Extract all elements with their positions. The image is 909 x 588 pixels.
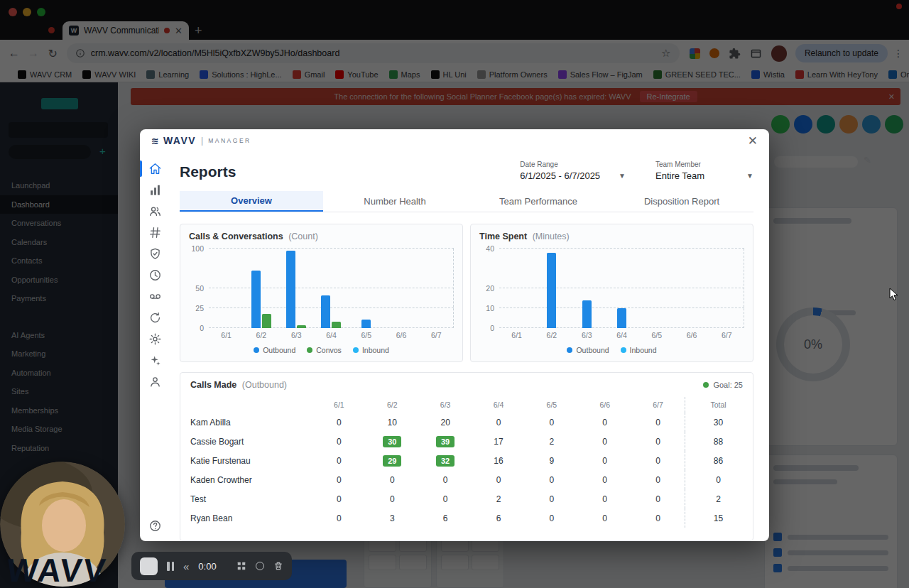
home-icon[interactable]: [148, 162, 162, 175]
table-cell: 0: [312, 432, 366, 451]
recorder-bar: « 0:00: [131, 552, 292, 580]
table-cell: 0: [419, 489, 472, 508]
bar-outbound: [286, 251, 295, 328]
table-cell: 0: [578, 432, 631, 451]
bar-group-6/6: [383, 249, 418, 328]
table-cell: 0: [419, 470, 472, 489]
table-cell: 0: [525, 489, 578, 508]
tab-overview[interactable]: Overview: [180, 191, 323, 212]
table-cell: 6: [419, 508, 472, 528]
wavv-watermark: WAVV: [5, 551, 109, 588]
tab-number-health[interactable]: Number Health: [323, 191, 467, 212]
date-range-select[interactable]: Date Range 6/1/2025 - 6/7/2025 ▼: [520, 160, 626, 181]
goal-met-badge: 29: [383, 455, 401, 467]
table-cell: 0: [631, 508, 685, 528]
table-title: Calls Made: [190, 380, 236, 390]
help-icon[interactable]: [148, 519, 162, 533]
hash-icon[interactable]: [148, 226, 162, 239]
table-subtitle: (Outbound): [242, 380, 287, 390]
x-axis-tick: 6/1: [209, 331, 244, 339]
profile-icon[interactable]: [148, 375, 162, 388]
x-axis-tick: 6/7: [419, 331, 454, 339]
sparkles-icon[interactable]: [148, 354, 162, 367]
pause-icon[interactable]: [167, 562, 174, 571]
chart-time-spent: Time Spent (Minutes) 0102040 6/16/26/36/…: [470, 224, 753, 362]
table-cell: 0: [366, 470, 419, 489]
tab-disposition-report[interactable]: Disposition Report: [610, 191, 753, 212]
table-cell: 20: [419, 413, 472, 432]
team-member-select[interactable]: Team Member Entire Team ▼: [655, 160, 753, 181]
brand-suffix: MANAGER: [208, 137, 251, 144]
modal-close-icon[interactable]: ✕: [748, 135, 758, 147]
bar-chart-icon[interactable]: [148, 183, 162, 197]
legend-outbound: Outbound: [254, 346, 295, 354]
table-cell: 0: [631, 451, 685, 470]
restart-circle-icon[interactable]: [256, 562, 264, 570]
table-cell: 3: [366, 508, 419, 528]
y-axis-tick: 25: [195, 304, 204, 312]
table-cell: 6/3: [419, 397, 472, 413]
page-title: Reports: [180, 163, 236, 180]
screen: W WAVV Communications ✕ + ← → ↻ crm.wavv…: [0, 0, 909, 588]
table-cell: 0: [631, 432, 685, 451]
table-row: Katie Furstenau029321690086: [180, 451, 753, 470]
settings-icon[interactable]: [148, 332, 162, 346]
x-axis-tick: 6/6: [383, 331, 418, 339]
users-icon[interactable]: [148, 205, 162, 218]
table-cell: 88: [685, 432, 751, 451]
legend-inbound: Inbound: [621, 346, 657, 354]
table-cell: 30: [366, 432, 419, 451]
sync-icon[interactable]: [148, 311, 162, 325]
bar-group-6/3: [279, 249, 314, 328]
table-cell: 0: [312, 489, 366, 508]
date-range-label: Date Range: [520, 160, 626, 168]
calls-made-table: Calls Made (Outbound) Goal: 25 6/16/26/3…: [180, 372, 753, 541]
trash-icon[interactable]: [273, 561, 283, 571]
shield-icon[interactable]: [148, 247, 162, 261]
table-cell: Total: [685, 397, 751, 413]
bar-convos: [262, 314, 271, 328]
table-cell: 2: [472, 489, 526, 508]
agent-name: [190, 397, 312, 413]
chevron-down-icon: ▼: [746, 172, 753, 180]
chart-calls-and-conversations: Calls & Conversations (Count) 02550100 6…: [180, 224, 463, 362]
table-cell: 0: [578, 413, 631, 432]
table-cell: 16: [472, 451, 526, 470]
rail-bottom: [140, 519, 170, 533]
x-axis-tick: 6/7: [709, 331, 744, 339]
table-cell: 6/4: [472, 397, 526, 413]
table-header-row: 6/16/26/36/46/56/66/7Total: [180, 397, 753, 413]
table-cell: 9: [525, 451, 578, 470]
table-cell: 17: [472, 432, 526, 451]
table-cell: 0: [312, 413, 366, 432]
table-cell: 6/7: [631, 397, 685, 413]
goal-label: Goal: 25: [713, 381, 743, 389]
table-cell: 0: [578, 508, 631, 528]
stop-recording-button[interactable]: [140, 557, 158, 575]
table-cell: 0: [525, 470, 578, 489]
legend-inbound: Inbound: [353, 346, 389, 354]
clock-icon[interactable]: [148, 268, 162, 282]
x-axis-tick: 6/5: [349, 331, 383, 339]
legend-outbound: Outbound: [567, 346, 609, 354]
recording-time: 0:00: [198, 561, 216, 572]
table-row: Test00020002: [180, 489, 753, 508]
agent-name: Kaden Crowther: [190, 470, 312, 489]
table-row: Cassie Bogart030391720088: [180, 432, 753, 451]
bar-convos: [332, 322, 341, 328]
goal-met-badge: 32: [436, 455, 454, 467]
x-axis-tick: 6/5: [639, 331, 674, 339]
table-cell: 0: [472, 470, 526, 489]
tab-team-performance[interactable]: Team Performance: [467, 191, 610, 212]
table-cell: 0: [312, 470, 366, 489]
table-cell: 6: [472, 508, 526, 528]
bar-outbound: [321, 295, 330, 328]
x-axis-tick: 6/1: [499, 331, 534, 339]
grid-icon[interactable]: [236, 561, 246, 571]
table-cell: 0: [525, 413, 578, 432]
rewind-icon[interactable]: «: [183, 561, 189, 572]
table-cell: 0: [525, 508, 578, 528]
wave-logo-icon: ≋: [151, 136, 158, 146]
modal-header: ≋ WAVV | MANAGER ✕: [140, 129, 769, 152]
voicemail-icon[interactable]: [148, 290, 162, 303]
